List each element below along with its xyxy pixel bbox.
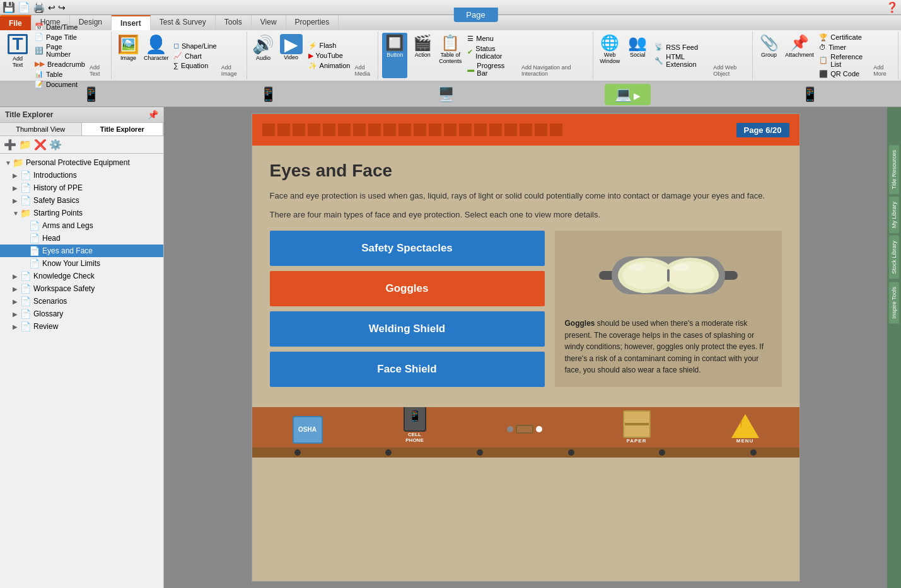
device-mobile[interactable]: 📱: [791, 84, 828, 105]
undo-icon[interactable]: ↩: [48, 3, 55, 13]
toolbar-delete-icon[interactable]: ❌: [34, 139, 47, 151]
tree-item-starting-points[interactable]: ▼ 📁 Starting Points: [0, 207, 163, 219]
tab-properties[interactable]: Properties: [286, 15, 339, 30]
shape-line-button[interactable]: ◻ Shape/Line: [171, 41, 219, 50]
safety-spectacles-button[interactable]: Safety Spectacles: [270, 231, 545, 266]
tab-test-survey[interactable]: Test & Survey: [151, 15, 216, 30]
toolbar-folder-icon[interactable]: 📁: [19, 139, 32, 151]
table-button[interactable]: 📊 Table: [33, 69, 87, 79]
top-bar-icons: 💾 📄 🖨️ ↩ ↪: [3, 1, 66, 13]
tree-item-workspace[interactable]: ▶ 📄 Workspace Safety: [0, 282, 163, 295]
tree-item-safety-basics[interactable]: ▶ 📄 Safety Basics: [0, 194, 163, 207]
save-icon[interactable]: 💾: [3, 1, 15, 13]
device-laptop[interactable]: 💻 ▶: [605, 84, 651, 105]
tab-tools[interactable]: Tools: [216, 15, 252, 30]
tree-item-introductions[interactable]: ▶ 📄 Introductions: [0, 169, 163, 182]
table-of-contents-button[interactable]: 📋 Table ofContents: [438, 33, 463, 78]
tree-item-history[interactable]: ▶ 📄 History of PPE: [0, 182, 163, 194]
sidebar-tabs: Thumbnail View Title Explorer: [0, 123, 163, 136]
youtube-button[interactable]: ▶ YouTube: [306, 51, 352, 61]
redo-icon[interactable]: ↪: [58, 3, 66, 13]
tree-item-root[interactable]: ▼ 📁 Personal Protective Equipment: [0, 156, 163, 169]
attachment-button[interactable]: 📌 Attachment: [784, 33, 815, 78]
tree-item-scenarios[interactable]: ▶ 📄 Scenarios: [0, 295, 163, 308]
tree-item-arms[interactable]: 📄 Arms and Legs: [0, 219, 163, 232]
right-tab-my-library[interactable]: My Library: [889, 197, 899, 233]
device-tablet-orange[interactable]: 📱: [73, 84, 110, 105]
web-window-button[interactable]: 🌐 WebWindow: [597, 33, 622, 78]
equation-button[interactable]: ∑ Equation: [171, 61, 219, 70]
tree-item-limits[interactable]: 📄 Know Your Limits: [0, 257, 163, 270]
page-icon-safety: 📄: [20, 195, 31, 205]
menu-button[interactable]: ☰ Menu: [465, 34, 519, 43]
sidebar-pin-icon[interactable]: 📌: [148, 110, 158, 120]
qr-code-button[interactable]: ⬛ QR Code: [817, 69, 871, 79]
tree-item-knowledge[interactable]: ▶ 📄 Knowledge Check: [0, 270, 163, 282]
page-canvas[interactable]: Page 6/20 Eyes and Face Face and eye pro…: [164, 107, 887, 588]
tree-item-head[interactable]: 📄 Head: [0, 232, 163, 245]
audio-button[interactable]: 🔊 Audio: [251, 33, 276, 78]
page-icon-knowledge: 📄: [20, 271, 31, 281]
image-button[interactable]: 🖼️ Image: [115, 33, 141, 78]
help-icon[interactable]: ❓: [886, 1, 898, 13]
page-icon-scenarios: 📄: [20, 296, 31, 306]
tab-insert[interactable]: Insert: [112, 15, 151, 30]
tree-item-eyes-face[interactable]: 📄 Eyes and Face: [0, 245, 163, 257]
reference-list-button[interactable]: 📋 Reference List: [817, 52, 871, 69]
social-button[interactable]: 👥 Social: [625, 33, 650, 78]
top-bar: 💾 📄 🖨️ ↩ ↪ Page ❓: [0, 0, 901, 15]
button-button[interactable]: 🔲 Button: [382, 33, 407, 78]
html-extension-button[interactable]: 🔧 HTML Extension: [653, 52, 711, 69]
tab-file[interactable]: File: [0, 15, 32, 30]
tree-label: Workspace Safety: [33, 284, 95, 293]
tab-view[interactable]: View: [252, 15, 286, 30]
face-shield-button[interactable]: Face Shield: [270, 352, 545, 387]
tab-thumbnail[interactable]: Thumbnail View: [0, 123, 82, 135]
device-desktop[interactable]: 🖥️: [427, 84, 465, 105]
right-tab-inspire-tools[interactable]: Inspire Tools: [889, 282, 899, 323]
video-button[interactable]: ▶ Video: [279, 33, 304, 78]
tree-label: Safety Basics: [33, 196, 79, 205]
animation-button[interactable]: ✨ Animation: [306, 61, 352, 71]
chart-button[interactable]: 📈 Chart: [171, 51, 219, 61]
welding-shield-button[interactable]: Welding Shield: [270, 311, 545, 347]
progress-bar-button[interactable]: ▬ Progress Bar: [465, 61, 519, 78]
page-intro2: There are four main types of face and ey…: [270, 209, 782, 221]
info-panel: Goggles should be used when there's a mo…: [555, 231, 782, 387]
goggles-button[interactable]: Goggles: [270, 271, 545, 306]
print-icon[interactable]: 🖨️: [33, 1, 45, 13]
character-button[interactable]: 👤 Character: [143, 33, 169, 78]
device-tablet-green[interactable]: 📱: [250, 84, 287, 105]
group-button[interactable]: 📎 Group: [757, 33, 782, 78]
tree-label: Starting Points: [33, 209, 83, 217]
sidebar-toolbar: ➕ 📁 ❌ ⚙️: [0, 136, 163, 154]
tree-item-review[interactable]: ▶ 📄 Review: [0, 320, 163, 333]
date-time-button[interactable]: 📅 Date/Time: [33, 22, 87, 32]
info-title: Goggles: [565, 319, 595, 328]
shelf-item-osha[interactable]: OSHA: [293, 416, 323, 446]
right-tab-stock-library[interactable]: Stock Library: [889, 236, 899, 279]
text-block-button[interactable]: T Add Text: [5, 33, 30, 78]
toolbar-settings-icon[interactable]: ⚙️: [49, 139, 62, 151]
toolbar-add-icon[interactable]: ➕: [4, 139, 16, 151]
ribbon: File Home Design Insert Test & Survey To…: [0, 15, 901, 82]
breadcrumb-button[interactable]: ▶▶ Breadcrumb: [33, 59, 87, 69]
tab-title-explorer[interactable]: Title Explorer: [82, 123, 164, 135]
shelf-item-dots: [507, 425, 542, 446]
shelf-item-paper[interactable]: PAPER: [623, 410, 651, 446]
shelf-item-phone[interactable]: 📱 CELLPHONE: [404, 407, 426, 446]
certificate-button[interactable]: 🏆 Certificate: [817, 33, 871, 42]
status-indicator-button[interactable]: ✔ Status Indicator: [465, 44, 519, 61]
right-tab-title-resources[interactable]: Title Resources: [889, 145, 899, 194]
tree-item-glossary[interactable]: ▶ 📄 Glossary: [0, 308, 163, 320]
timer-button[interactable]: ⏱ Timer: [817, 43, 871, 52]
flash-button[interactable]: ⚡ Flash: [306, 41, 352, 50]
action-button[interactable]: 🎬 Action: [410, 33, 435, 78]
new-icon[interactable]: 📄: [18, 1, 30, 13]
sidebar: Title Explorer 📌 Thumbnail View Title Ex…: [0, 107, 164, 588]
page-number-button[interactable]: 🔢 Page Number: [33, 42, 87, 59]
shelf-item-menu[interactable]: ! MENU: [731, 414, 759, 446]
page-title-button[interactable]: 📄 Page Title: [33, 32, 87, 42]
tree-label: Know Your Limits: [42, 259, 100, 268]
rss-feed-button[interactable]: 📡 RSS Feed: [653, 42, 711, 52]
